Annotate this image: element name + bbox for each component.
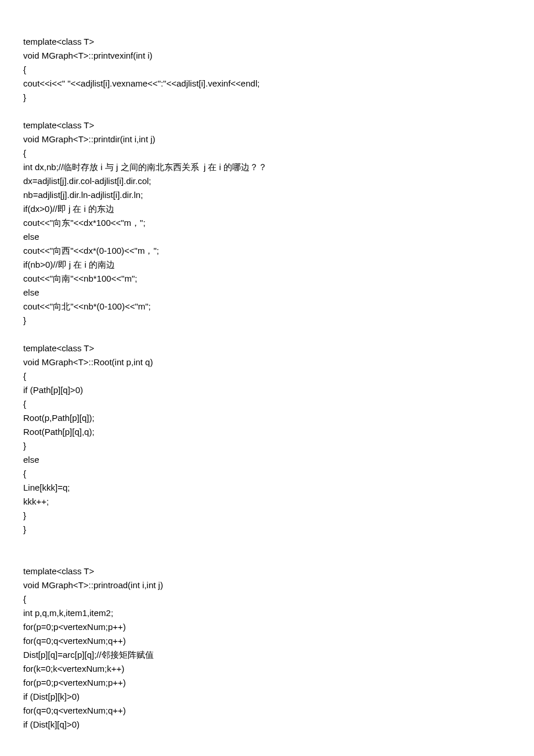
code-content: template<class T> void MGraph<T>::printv… — [23, 35, 511, 732]
document-page: template<class T> void MGraph<T>::printv… — [0, 0, 534, 756]
